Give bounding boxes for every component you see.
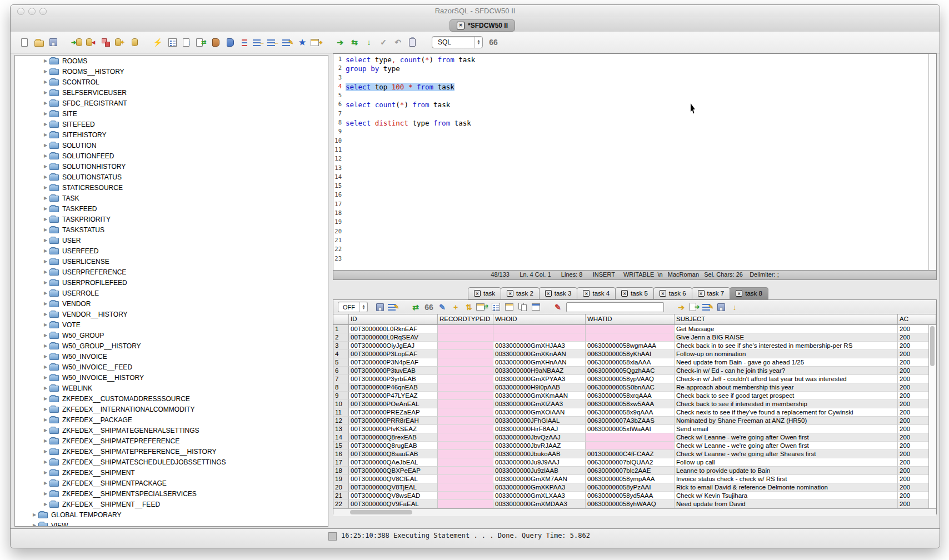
table-cell[interactable]: [438, 467, 493, 475]
disclosure-triangle-icon[interactable]: ▶: [42, 417, 49, 422]
tree-item[interactable]: ▶USERFEED: [15, 246, 328, 256]
disclosure-triangle-icon[interactable]: ▶: [42, 238, 49, 243]
column-header[interactable]: WHOID: [493, 314, 586, 325]
tree-item[interactable]: ▶VENDOR: [15, 298, 328, 309]
result-tab[interactable]: ✕task 5: [615, 287, 654, 299]
table-row[interactable]: 1200T3000000PRR8rEAH0033000000JFhGlAAL00…: [333, 417, 936, 425]
table-cell[interactable]: 00T3000000P3LopEAF: [349, 350, 438, 358]
table-row[interactable]: 1000T3000000POeAnEAL0033000000GmXIZAA300…: [333, 400, 936, 408]
result-tab[interactable]: ✕task 3: [539, 287, 578, 299]
disclosure-triangle-icon[interactable]: ▶: [42, 502, 49, 507]
disclosure-triangle-icon[interactable]: ▶: [42, 280, 49, 285]
table-cell[interactable]: 006300000058yPzAAI: [586, 483, 675, 492]
result-tab[interactable]: ✕task 8: [730, 287, 768, 299]
table-cell[interactable]: [586, 333, 675, 342]
tree-item[interactable]: ▶USERLICENSE: [15, 256, 328, 267]
download-icon[interactable]: ↓: [728, 302, 741, 313]
table-cell[interactable]: 00T3000000P3N4pEAF: [349, 358, 438, 367]
table-cell[interactable]: 006300000058ypVAAQ: [586, 375, 675, 383]
disclosure-triangle-icon[interactable]: ▶: [42, 90, 49, 95]
database-object-tree[interactable]: ▶ROOMS▶ROOMS__HISTORY▶SCONTROL▶SELFSERVI…: [14, 55, 328, 527]
table-cell[interactable]: 006300000058ympAAA: [586, 475, 675, 483]
disclosure-triangle-icon[interactable]: ▶: [42, 143, 49, 148]
table-cell[interactable]: Give Jenn a BIG RAISE: [675, 333, 898, 342]
disclosure-triangle-icon[interactable]: ▶: [42, 217, 49, 222]
tree-item[interactable]: ▶VOTE: [15, 319, 328, 330]
tree-item[interactable]: ▶W50_INVOICE__HISTORY: [15, 372, 328, 383]
export-data-icon[interactable]: ↓: [180, 36, 193, 49]
column-header[interactable]: [333, 314, 349, 325]
tab-close-icon[interactable]: ✕: [507, 290, 513, 297]
editor-vertical-scrollbar[interactable]: [928, 54, 936, 270]
saved-queries-icon[interactable]: ➔: [310, 36, 323, 49]
table-cell[interactable]: [493, 325, 586, 333]
insert-row-icon[interactable]: +: [449, 302, 462, 313]
table-row[interactable]: 2000T3000000QV8TjEAL0033000000GmXKPAA300…: [333, 483, 936, 492]
table-cell[interactable]: 00630000007blc2AAE: [586, 467, 675, 475]
disclosure-triangle-icon[interactable]: ▶: [42, 491, 49, 496]
table-row[interactable]: 900T3000000P47LYEAZ0033000000GmXKmAAN006…: [333, 392, 936, 400]
tree-item[interactable]: ▶TASK: [15, 193, 328, 203]
table-cell[interactable]: 006300000058wgmAAA: [586, 342, 675, 350]
table-row[interactable]: 400T3000000P3LopEAF0033000000GmXKnAAN006…: [333, 350, 936, 358]
disclosure-triangle-icon[interactable]: ▶: [42, 58, 49, 63]
table-cell[interactable]: [586, 442, 675, 450]
table-cell[interactable]: Get Massage: [675, 325, 898, 333]
tree-item[interactable]: ▶SOLUTIONFEED: [15, 151, 328, 161]
edit-sql-icon[interactable]: ✎: [281, 36, 294, 49]
table-cell[interactable]: 00T3000000QV8CfEAL: [349, 475, 438, 483]
row-count-icon[interactable]: [501, 36, 515, 49]
form-view-icon[interactable]: [490, 302, 502, 313]
table-row[interactable]: 1700T3000000QAeJbEAL0033000000Ju9J9AAJ00…: [333, 458, 936, 467]
table-cell[interactable]: 00T3000000PREZaEAP: [349, 408, 438, 417]
table-cell[interactable]: Check w/ Leanne - we're going after Owen…: [675, 442, 898, 450]
disclosure-triangle-icon[interactable]: ▶: [42, 153, 49, 158]
table-cell[interactable]: [493, 333, 586, 342]
table-row[interactable]: 1300T3000000PfvKSEAZ0033000000HirF8AAJ00…: [333, 425, 936, 433]
table-cell[interactable]: Check w/ Leanne - we're going after Shea…: [675, 450, 898, 458]
tree-item[interactable]: ▶ZKFEDEX__SHIPMENTSPECIALSERVICES: [15, 488, 328, 499]
document-tab-close-icon[interactable]: ✕: [457, 22, 464, 29]
disclosure-triangle-icon[interactable]: ▶: [42, 354, 49, 359]
table-cell[interactable]: [438, 342, 493, 350]
disclosure-triangle-icon[interactable]: ▶: [42, 122, 49, 127]
table-cell[interactable]: [438, 458, 493, 467]
tree-item[interactable]: ▶TASKPRIORITY: [15, 214, 328, 224]
table-cell[interactable]: [438, 475, 493, 483]
table-cell[interactable]: 00T3000000PRR8rEAH: [349, 417, 438, 425]
reload-window-icon[interactable]: ⇄: [476, 302, 488, 313]
table-cell[interactable]: Nominated by Shane Freeman at ANZ (HR50): [675, 417, 898, 425]
table-cell[interactable]: 0033000000GmXKnAAN: [493, 350, 586, 358]
disclosure-triangle-icon[interactable]: ▶: [42, 227, 49, 232]
table-cell[interactable]: 0033000000H9aNBAAZ: [493, 367, 586, 375]
disclosure-triangle-icon[interactable]: ▶: [42, 79, 49, 84]
table-row[interactable]: 1100T3000000PREZaEAP0033000000GmXOiAAN00…: [333, 408, 936, 417]
table-row[interactable]: 1400T3000000Q8rexEAB0033000000JbvQzAAJCh…: [333, 433, 936, 442]
tree-item[interactable]: ▶ROOMS: [15, 56, 328, 66]
tree-item[interactable]: ▶ZKFEDEX__CUSTOMADDRESSSOURCE: [15, 393, 328, 404]
table-cell[interactable]: 0033000000GmXM7AAN: [493, 475, 586, 483]
table-cell[interactable]: 0033000000JFhGlAAL: [493, 417, 586, 425]
disclosure-triangle-icon[interactable]: ▶: [42, 132, 49, 137]
tree-item[interactable]: ▶SELFSERVICEUSER: [15, 87, 328, 98]
table-row[interactable]: 1800T3000000QBXPeEAP0033000000Ju9zlAAB00…: [333, 467, 936, 475]
tree-item[interactable]: ▶STATICRESOURCE: [15, 182, 328, 193]
tree-item[interactable]: ▶SCONTROL: [15, 77, 328, 87]
table-cell[interactable]: [438, 367, 493, 375]
table-cell[interactable]: Send email: [675, 425, 898, 433]
describe-table-icon[interactable]: [166, 36, 179, 49]
disclosure-triangle-icon[interactable]: ▶: [42, 386, 49, 391]
disclosure-triangle-icon[interactable]: ▶: [42, 481, 49, 486]
refresh-objects-icon[interactable]: ⇄: [194, 36, 208, 49]
scrollbar-thumb[interactable]: [350, 510, 412, 514]
table-cell[interactable]: 0033000000Ju9zlAAB: [493, 467, 586, 475]
tree-item[interactable]: ▶VIEW: [15, 520, 328, 527]
tree-item[interactable]: ▶ZKFEDEX__PACKAGE: [15, 414, 328, 425]
table-cell[interactable]: 006300000058xlaAAA: [586, 358, 675, 367]
view-row-icon[interactable]: 66: [423, 302, 435, 313]
result-tab[interactable]: ✕task 7: [692, 287, 731, 299]
table-cell[interactable]: Invoice status check - check w/ RS first: [675, 475, 898, 483]
tree-item[interactable]: ▶ZKFEDEX__INTERNATIONALCOMMODITY: [15, 404, 328, 414]
table-cell[interactable]: Check back to see if interested in membe…: [675, 400, 898, 408]
column-header[interactable]: ID: [349, 314, 438, 325]
